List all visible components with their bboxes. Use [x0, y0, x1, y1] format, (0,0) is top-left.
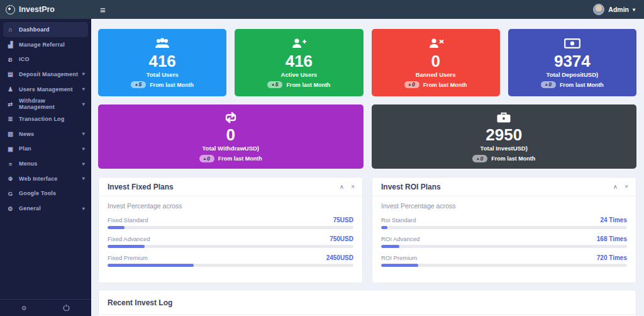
users-group-icon: [153, 37, 171, 50]
top-navbar: InvestPro ≡ Admin ▾: [0, 0, 644, 19]
sidebar-item-users-management[interactable]: ♟ Users Management ▾: [0, 82, 91, 97]
sidebar-item-label: News: [19, 131, 34, 137]
sidebar-item-manage-referral[interactable]: ▟ Manage Referral: [0, 37, 91, 52]
progress-fill: [381, 226, 387, 229]
stat-badge: ▴5 From last Month: [131, 81, 194, 89]
repeat-icon: [223, 111, 238, 123]
progress-track: [381, 226, 627, 229]
sidebar: ⌂ Dashboard ▟ Manage Referral Ƀ ICO ▤ De…: [0, 19, 91, 316]
stat-value: 9374: [554, 53, 591, 70]
collapse-icon[interactable]: ∧: [340, 184, 344, 190]
stat-label: Total Users: [147, 71, 179, 78]
stat-label: Total DepositUSD): [547, 71, 599, 78]
close-icon[interactable]: ×: [351, 184, 355, 190]
progress-fill: [108, 245, 145, 248]
chevron-down-icon: ▾: [82, 146, 85, 152]
recent-invest-log-panel: Recent Invest Log: [98, 290, 636, 316]
up-arrow-icon: ▴: [409, 82, 411, 87]
stat-label: Banned Users: [416, 71, 456, 78]
briefcase-icon: ▣: [6, 145, 15, 152]
stat-card-total-invest[interactable]: 2950 Total InvestUSD) ▴0 From last Month: [372, 104, 637, 169]
sidebar-item-google-tools[interactable]: G Google Tools: [0, 186, 91, 201]
plan-label: ROI Advanced: [381, 235, 419, 242]
sidebar-item-label: Plan: [19, 145, 31, 152]
stat-card-active-users[interactable]: 416 Active Users ▴5 From last Month: [235, 29, 363, 96]
close-icon[interactable]: ×: [625, 184, 628, 190]
admin-user-menu[interactable]: Admin ▾: [593, 4, 644, 15]
stat-card-total-deposit[interactable]: 9374 Total DepositUSD) ▴0 From last Mont…: [508, 29, 636, 96]
bitcoin-icon: Ƀ: [6, 56, 15, 63]
up-arrow-icon: ▴: [545, 82, 547, 87]
sidebar-item-label: Deposit Management: [19, 71, 78, 77]
progress-fill: [381, 264, 418, 267]
sidebar-item-plan[interactable]: ▣ Plan ▾: [0, 142, 91, 157]
collapse-icon[interactable]: ∧: [613, 184, 618, 190]
progress-fill: [108, 226, 125, 229]
user-plus-icon: [291, 37, 307, 50]
stat-badge: ▴0 From last Month: [541, 81, 604, 89]
plan-label: Fixed Advanced: [108, 235, 150, 242]
plan-value: 2450USD: [326, 254, 353, 261]
stat-cards-row-2: 0 Total WithdrawUSD) ▴0 From last Month …: [98, 104, 636, 169]
sidebar-item-label: ICO: [19, 56, 30, 62]
stat-label: Active Users: [281, 71, 318, 78]
sidebar-item-general[interactable]: ⚙ General ▾: [0, 201, 91, 216]
chevron-down-icon: ▾: [633, 7, 635, 13]
panel-header: Invest Fixed Plans ∧ ×: [99, 178, 362, 196]
plan-progress-row: Fixed Advanced750USD: [108, 235, 353, 248]
stat-card-banned-users[interactable]: 0 Banned Users ▴0 From last Month: [372, 29, 500, 96]
stat-value: 0: [226, 127, 235, 144]
plan-progress-row: ROI Premium720 Times: [381, 254, 627, 267]
sidebar-item-transaction-log[interactable]: ≣ Transaction Log: [0, 111, 91, 127]
panel-subtitle: Invest Percentage across: [108, 202, 353, 210]
chevron-down-icon: ▾: [82, 101, 85, 107]
progress-track: [108, 264, 353, 267]
sidebar-item-news[interactable]: ▥ News ▾: [0, 127, 91, 142]
chevron-down-icon: ▾: [82, 176, 85, 181]
stat-badge: ▴0 From last Month: [472, 155, 535, 162]
deposit-icon: ▤: [6, 71, 15, 77]
stat-value: 416: [148, 53, 175, 70]
power-icon[interactable]: [63, 304, 70, 312]
chevron-down-icon: ▾: [82, 86, 85, 92]
stat-card-total-withdraw[interactable]: 0 Total WithdrawUSD) ▴0 From last Month: [98, 104, 364, 169]
invest-roi-plans-panel: Invest ROI Plans ∧ × Invest Percentage a…: [372, 177, 636, 283]
sidebar-item-label: Google Tools: [19, 190, 56, 196]
stat-badge: ▴0 From last Month: [404, 81, 467, 89]
up-arrow-icon: ▴: [204, 157, 206, 161]
stat-value: 2950: [486, 127, 522, 144]
hamburger-menu-icon[interactable]: ≡: [100, 5, 106, 14]
plan-value: 750USD: [330, 235, 353, 242]
up-arrow-icon: ▴: [477, 157, 479, 161]
plan-progress-row: ROI Advanced168 Times: [381, 235, 627, 248]
panel-title: Invest ROI Plans: [381, 183, 441, 191]
list-icon: ≣: [6, 115, 15, 122]
plan-label: ROI Premium: [381, 254, 418, 261]
plan-panels-row: Invest Fixed Plans ∧ × Invest Percentage…: [98, 177, 636, 283]
stat-cards-row-1: 416 Total Users ▴5 From last Month 416 A…: [98, 29, 636, 96]
user-x-icon: [428, 37, 444, 50]
brand[interactable]: InvestPro: [0, 5, 91, 14]
sidebar-item-label: Withdraw Management: [19, 98, 82, 110]
sidebar-item-web-interface[interactable]: ⊕ Web Interface ▾: [0, 171, 91, 186]
settings-gear-icon[interactable]: ⚙: [21, 305, 27, 312]
stat-label: Total InvestUSD): [480, 145, 528, 152]
sidebar-item-label: Manage Referral: [19, 42, 65, 48]
stat-card-total-users[interactable]: 416 Total Users ▴5 From last Month: [98, 29, 226, 96]
sidebar-item-label: General: [19, 205, 41, 212]
menu-icon: ≡: [6, 161, 15, 167]
plan-progress-row: Roi Standard24 Times: [381, 217, 627, 229]
sidebar-item-menus[interactable]: ≡ Menus ▾: [0, 156, 91, 171]
sidebar-item-withdraw-management[interactable]: ⇄ Withdraw Management ▾: [0, 96, 91, 111]
sidebar-item-deposit-management[interactable]: ▤ Deposit Management ▾: [0, 67, 91, 82]
plan-value: 24 Times: [600, 217, 627, 223]
admin-username: Admin: [608, 6, 629, 13]
sidebar-item-ico[interactable]: Ƀ ICO: [0, 52, 91, 67]
sidebar-item-label: Menus: [19, 161, 38, 167]
plan-label: Fixed Premium: [108, 254, 148, 261]
chevron-down-icon: ▾: [82, 206, 85, 212]
plan-value: 720 Times: [597, 254, 627, 261]
sidebar-item-dashboard[interactable]: ⌂ Dashboard: [3, 22, 88, 37]
sidebar-item-label: Users Management: [19, 86, 73, 93]
investpro-logo-icon: [6, 5, 15, 14]
